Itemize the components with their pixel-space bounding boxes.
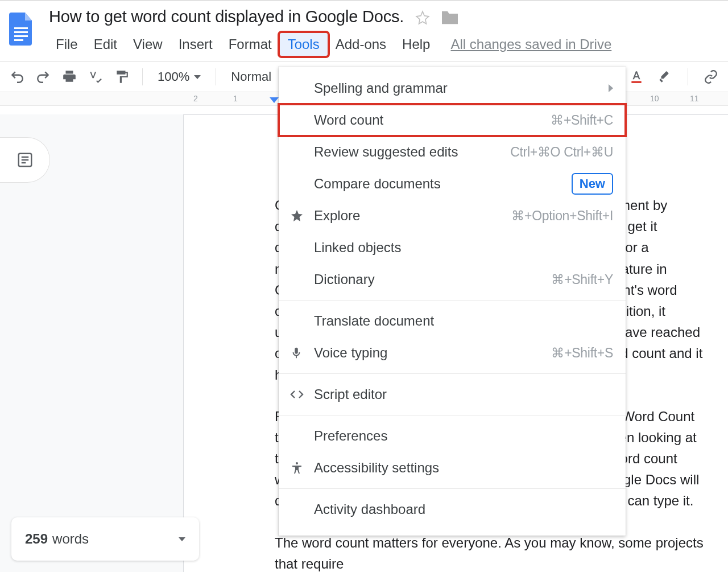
svg-rect-4	[631, 81, 641, 83]
menu-item-accessibility[interactable]: Accessibility settings	[279, 452, 626, 484]
menu-item-shortcut: ⌘+Option+Shift+I	[511, 208, 613, 224]
menu-item-label: Spelling and grammar	[314, 80, 603, 96]
word-count-label: words	[52, 531, 89, 547]
svg-rect-2	[14, 35, 28, 37]
body-paragraph[interactable]: The word count matters for everyone. As …	[275, 532, 706, 572]
print-icon[interactable]	[58, 65, 81, 88]
menu-item-label: Word count	[314, 112, 551, 128]
menu-item-explore[interactable]: Explore ⌘+Option+Shift+I	[279, 200, 626, 232]
svg-rect-3	[14, 39, 23, 41]
accessibility-icon	[290, 461, 314, 475]
ruler-tick: 10	[650, 94, 659, 103]
chevron-right-icon	[609, 84, 613, 92]
spellcheck-icon[interactable]	[84, 65, 107, 88]
ruler-tick: 2	[193, 94, 198, 103]
menu-item-shortcut: ⌘+Shift+C	[551, 113, 613, 128]
menu-item-review-suggested[interactable]: Review suggested edits Ctrl+⌘O Ctrl+⌘U	[279, 136, 626, 168]
save-status[interactable]: All changes saved in Drive	[450, 36, 611, 52]
highlight-icon[interactable]	[653, 65, 676, 88]
menu-item-label: Script editor	[314, 386, 613, 402]
document-title[interactable]: How to get word count displayed in Googl…	[48, 5, 405, 30]
svg-rect-0	[14, 27, 28, 29]
menu-view[interactable]: View	[125, 33, 171, 56]
docs-logo-icon[interactable]	[8, 11, 35, 47]
outline-toggle[interactable]	[0, 137, 50, 183]
new-badge: New	[572, 173, 613, 195]
menu-item-label: Activity dashboard	[314, 501, 613, 517]
menu-tools[interactable]: Tools	[280, 33, 328, 56]
menu-format[interactable]: Format	[221, 33, 280, 56]
menu-edit[interactable]: Edit	[86, 33, 125, 56]
menu-item-shortcut: ⌘+Shift+S	[551, 345, 613, 361]
menu-item-linked-objects[interactable]: Linked objects	[279, 232, 626, 264]
paint-format-icon[interactable]	[110, 65, 133, 88]
insert-link-icon[interactable]	[700, 65, 722, 88]
menu-item-spelling-grammar[interactable]: Spelling and grammar	[279, 72, 626, 104]
svg-rect-1	[14, 31, 28, 33]
menubar: File Edit View Insert Format Tools Add-o…	[48, 33, 728, 56]
tools-dropdown: Spelling and grammar Word count ⌘+Shift+…	[279, 67, 626, 536]
menu-item-label: Compare documents	[314, 176, 572, 192]
menu-item-label: Translate document	[314, 313, 613, 329]
menu-separator	[279, 488, 626, 489]
paragraph-style-select[interactable]: Normal	[225, 69, 277, 84]
undo-icon[interactable]	[6, 65, 28, 88]
menu-item-label: Accessibility settings	[314, 460, 613, 476]
menu-item-script-editor[interactable]: Script editor	[279, 378, 626, 410]
menu-item-translate[interactable]: Translate document	[279, 305, 626, 337]
menu-item-label: Preferences	[314, 428, 613, 444]
menu-item-dictionary[interactable]: Dictionary ⌘+Shift+Y	[279, 264, 626, 295]
chevron-down-icon	[194, 75, 201, 79]
svg-point-9	[296, 462, 298, 464]
menu-item-label: Voice typing	[314, 345, 551, 361]
text-color-icon[interactable]	[625, 65, 648, 88]
style-value: Normal	[231, 69, 271, 84]
header: How to get word count displayed in Googl…	[0, 1, 728, 56]
menu-separator	[279, 415, 626, 415]
mic-icon	[290, 347, 314, 359]
chevron-down-icon	[179, 537, 185, 541]
indent-marker-icon[interactable]	[270, 97, 279, 103]
menu-item-label: Linked objects	[314, 240, 613, 256]
menu-item-word-count[interactable]: Word count ⌘+Shift+C	[279, 104, 626, 136]
redo-icon[interactable]	[32, 65, 55, 88]
ruler-tick: 11	[690, 94, 699, 103]
menu-separator	[279, 373, 626, 374]
menu-item-label: Dictionary	[314, 271, 551, 287]
explore-icon	[290, 209, 314, 223]
menu-item-compare-documents[interactable]: Compare documents New	[279, 168, 626, 200]
star-icon[interactable]	[415, 10, 430, 25]
menu-addons[interactable]: Add-ons	[328, 33, 394, 56]
ruler-tick: 1	[233, 94, 238, 103]
menu-item-activity-dashboard[interactable]: Activity dashboard	[279, 493, 626, 525]
menu-item-shortcut: Ctrl+⌘O Ctrl+⌘U	[510, 145, 613, 160]
menu-item-voice-typing[interactable]: Voice typing ⌘+Shift+S	[279, 337, 626, 369]
menu-item-label: Explore	[314, 208, 511, 224]
menu-file[interactable]: File	[48, 33, 86, 56]
menu-item-label: Review suggested edits	[314, 144, 510, 160]
zoom-value: 100%	[158, 69, 189, 84]
word-count-number: 259	[25, 531, 48, 547]
move-folder-icon[interactable]	[440, 10, 460, 26]
menu-help[interactable]: Help	[394, 33, 438, 56]
menu-insert[interactable]: Insert	[171, 33, 221, 56]
menu-item-shortcut: ⌘+Shift+Y	[551, 272, 613, 287]
zoom-select[interactable]: 100%	[152, 69, 206, 84]
word-count-indicator[interactable]: 259 words	[11, 517, 199, 561]
script-icon	[290, 388, 314, 401]
menu-item-preferences[interactable]: Preferences	[279, 420, 626, 452]
menu-separator	[279, 300, 626, 301]
